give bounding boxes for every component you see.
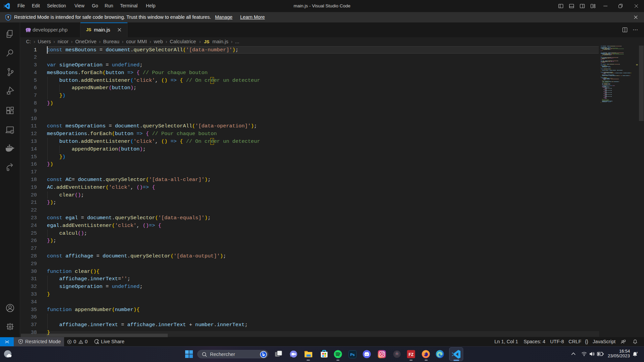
svg-text:FZ: FZ (409, 352, 414, 357)
svg-text:z: z (637, 351, 638, 354)
svg-text:Ps: Ps (350, 353, 355, 357)
